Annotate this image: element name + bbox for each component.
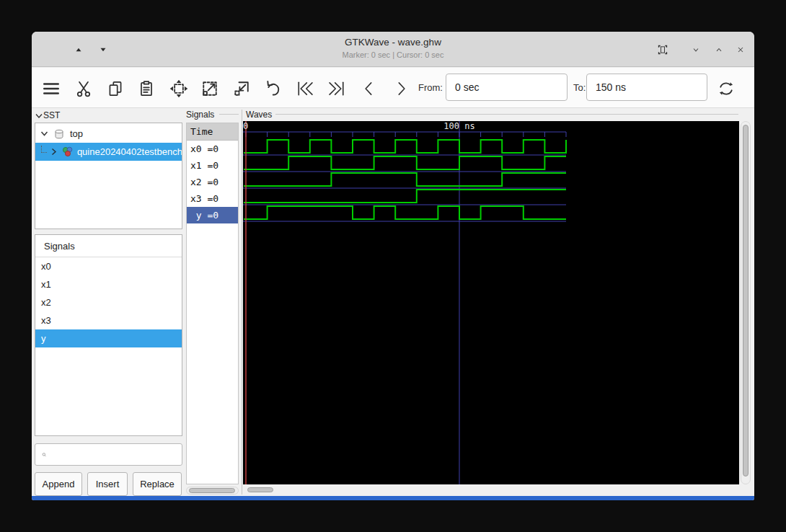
tree-item-top[interactable]: top: [35, 125, 182, 143]
append-button[interactable]: Append: [35, 472, 82, 496]
signal-search-list: Signals x0 x1 x2 x3 y: [35, 234, 182, 436]
titlebar[interactable]: GTKWave - wave.ghw Marker: 0 sec | Curso…: [32, 32, 754, 67]
panel-splitter[interactable]: [242, 110, 242, 495]
paste-icon: [137, 79, 156, 98]
fullscreen-icon: [655, 43, 670, 57]
search-icon: [41, 448, 48, 461]
copy-icon: [106, 79, 125, 98]
menu-button[interactable]: [40, 77, 63, 100]
window-bottom-accent: [32, 496, 754, 500]
from-input[interactable]: [446, 74, 568, 101]
chevron-right-icon: [392, 79, 410, 98]
waves-frame-label: Waves: [246, 110, 272, 120]
signal-values-panel: Time x0 =0 x1 =0 x2 =0 x3 =0 y =0: [186, 123, 239, 484]
signal-value-row-selected[interactable]: y =0: [187, 207, 238, 223]
from-label: From:: [418, 82, 443, 93]
tree-guide-line: [41, 146, 47, 153]
paste-button[interactable]: [135, 77, 158, 100]
signal-value-row[interactable]: x2 =0: [187, 174, 238, 190]
step-back-button[interactable]: [358, 77, 381, 100]
to-input[interactable]: [586, 74, 707, 101]
reload-button[interactable]: [715, 77, 738, 100]
reload-icon: [716, 79, 736, 99]
signal-list-item-selected[interactable]: y: [35, 329, 182, 347]
module-colored-icon: [61, 146, 74, 158]
waves-vscrollbar[interactable]: [741, 121, 751, 484]
tree-item-label: top: [70, 128, 83, 139]
sst-expander-icon[interactable]: [35, 112, 43, 120]
chevron-left-icon: [360, 79, 379, 98]
skip-to-start-icon: [295, 79, 315, 99]
replace-button[interactable]: Replace: [133, 472, 182, 496]
expander-down-icon: [40, 129, 49, 138]
signal-list-item[interactable]: x2: [35, 293, 182, 311]
time-header: Time: [187, 123, 238, 141]
toolbar: From: To:: [32, 68, 754, 108]
waves-hscrollbar-thumb[interactable]: [247, 487, 273, 492]
cut-button[interactable]: [72, 77, 95, 100]
database-cylinder-icon: [53, 128, 65, 140]
signal-value-row[interactable]: x0 =0: [187, 141, 238, 157]
signal-value-row[interactable]: x1 =0: [187, 157, 238, 174]
signals-hscrollbar[interactable]: [186, 487, 239, 495]
tree-item-label: quine20240402testbench: [77, 146, 182, 157]
fullscreen-button[interactable]: [653, 40, 672, 59]
signals-hscrollbar-thumb[interactable]: [189, 488, 235, 493]
wave-trace-x3: [244, 190, 566, 203]
expander-right-icon: [49, 147, 58, 156]
cut-icon: [74, 79, 93, 98]
undo-icon: [263, 79, 283, 99]
signals-frame-label: Signals: [186, 110, 214, 120]
waves-hscrollbar[interactable]: [244, 487, 751, 495]
signal-search-field[interactable]: [35, 443, 182, 466]
menu-icon: [40, 79, 62, 98]
search-input[interactable]: [52, 448, 182, 461]
to-label: To:: [573, 82, 586, 93]
maximize-button[interactable]: [710, 40, 728, 59]
waves-area: 0100 ns: [243, 121, 739, 484]
go-to-start-button[interactable]: [293, 77, 317, 100]
wave-trace-y: [244, 206, 566, 219]
insert-button[interactable]: Insert: [87, 472, 128, 496]
wave-trace-x0: [244, 140, 566, 153]
timescale-label: 100 ns: [443, 121, 474, 131]
go-to-end-button[interactable]: [325, 77, 348, 100]
signal-list-item[interactable]: x1: [35, 275, 182, 293]
zoom-out-full-button[interactable]: [198, 77, 221, 100]
sst-frame-label: SST: [43, 110, 60, 120]
zoom-out-arrow-icon: [200, 79, 220, 99]
skip-to-end-icon: [327, 79, 347, 99]
sst-tree: top quine20240402testbench: [35, 123, 182, 229]
chevron-up-icon: [712, 43, 725, 56]
tree-item-testbench[interactable]: quine20240402testbench: [35, 143, 182, 161]
minimize-button[interactable]: [686, 40, 705, 59]
zoom-in-arrow-icon: [231, 79, 252, 99]
chevron-down-icon: [689, 43, 702, 56]
gtkwave-window: GTKWave - wave.ghw Marker: 0 sec | Curso…: [32, 32, 754, 500]
timescale-label: 0: [243, 121, 248, 131]
signal-list-item[interactable]: x0: [35, 257, 182, 275]
waves-frame-line: [275, 114, 738, 115]
signal-list-header: Signals: [35, 235, 182, 257]
zoom-fit-icon: [169, 79, 189, 99]
waves-vscrollbar-thumb[interactable]: [743, 125, 749, 476]
waves-canvas[interactable]: 0100 ns: [243, 121, 739, 484]
window-title: GTKWave - wave.ghw: [32, 37, 754, 48]
zoom-fit-button[interactable]: [167, 77, 190, 100]
copy-button[interactable]: [104, 77, 127, 100]
close-button[interactable]: [731, 40, 750, 59]
marker-cursor-status: Marker: 0 sec | Cursor: 0 sec: [32, 50, 754, 59]
wave-trace-x1: [244, 156, 566, 169]
signal-list-item[interactable]: x3: [35, 311, 182, 329]
signals-frame-line: [219, 114, 239, 115]
zoom-in-full-button[interactable]: [230, 77, 253, 100]
step-forward-button[interactable]: [389, 77, 412, 100]
wave-trace-x2: [244, 173, 566, 186]
close-icon: [734, 43, 747, 56]
signal-value-row[interactable]: x3 =0: [187, 190, 238, 207]
undo-button[interactable]: [262, 77, 285, 100]
